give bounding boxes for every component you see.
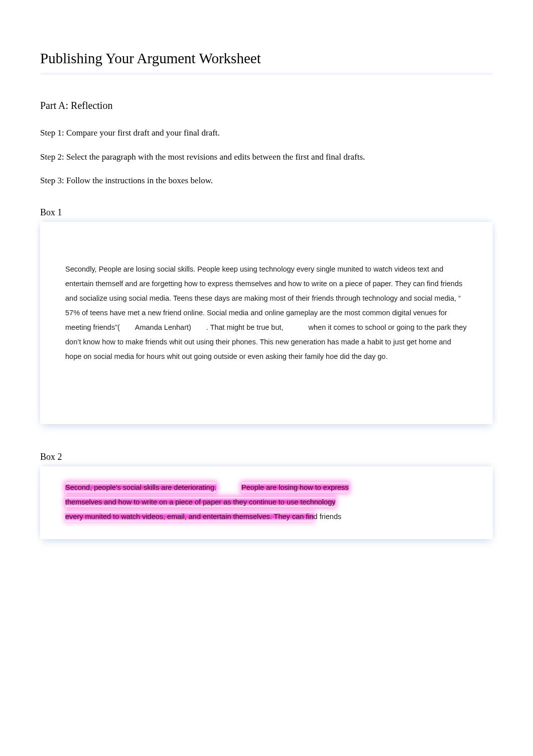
step-1: Step 1: Compare your first draft and you… bbox=[40, 127, 493, 140]
page-title: Publishing Your Argument Worksheet bbox=[40, 50, 493, 67]
step-3: Step 3: Follow the instructions in the b… bbox=[40, 174, 493, 187]
box-2-highlight-1: Second, people's social skills are deter… bbox=[65, 482, 216, 492]
step-2: Step 2: Select the paragraph with the mo… bbox=[40, 151, 493, 164]
box-1-heading: Box 1 bbox=[40, 207, 493, 218]
box-2-plain-text: d friends bbox=[314, 513, 342, 521]
box-2-highlight-3: themselves and how to write on a piece o… bbox=[65, 497, 335, 507]
box-2-highlight-2: People are losing how to express bbox=[241, 482, 349, 492]
box-1-container: Secondly, People are losing social skill… bbox=[40, 222, 493, 424]
box-1-text-part2a: . That might be true but, bbox=[206, 323, 284, 331]
box-2-paragraph: Second, people's social skills are deter… bbox=[65, 480, 468, 524]
box-2-container: Second, people's social skills are deter… bbox=[40, 466, 493, 539]
part-a-heading: Part A: Reflection bbox=[40, 100, 493, 111]
box-2-heading: Box 2 bbox=[40, 452, 493, 462]
box-1-citation: Amanda Lenhart) bbox=[135, 323, 191, 331]
box-1-paragraph: Secondly, People are losing social skill… bbox=[65, 262, 468, 364]
box-1-text-part1: Secondly, People are losing social skill… bbox=[65, 265, 462, 331]
title-divider bbox=[40, 73, 493, 75]
box-2-highlight-4: every munited to watch videos, email, an… bbox=[65, 512, 314, 522]
